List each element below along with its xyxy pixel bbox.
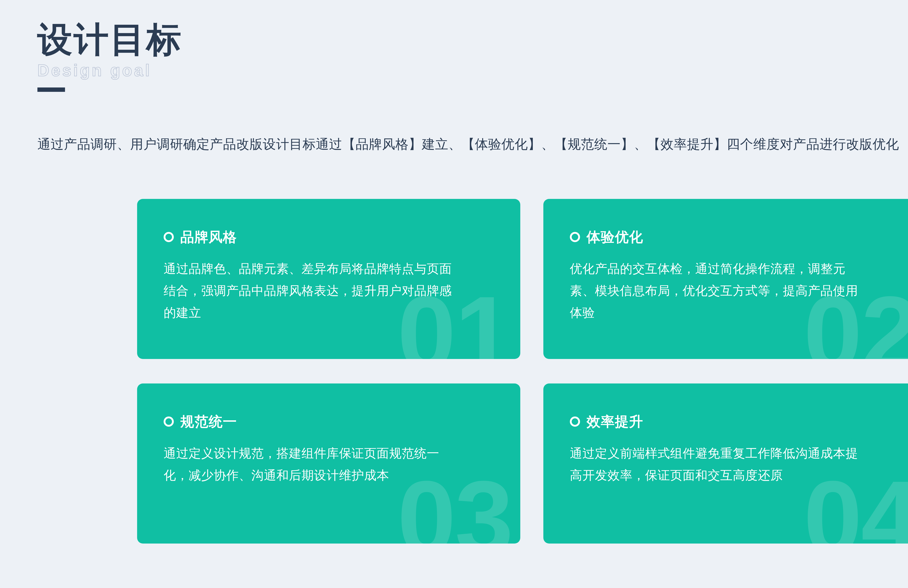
header: 设计目标 Design goal — [37, 20, 183, 92]
card-header: 规范统一 — [164, 414, 493, 429]
card-title: 效率提升 — [586, 414, 643, 429]
page-subtitle: Design goal — [37, 61, 183, 79]
card-title: 品牌风格 — [180, 230, 237, 244]
title-underline — [37, 87, 65, 92]
circle-bullet-icon — [570, 416, 580, 427]
circle-bullet-icon — [164, 232, 174, 242]
card-body: 通过定义设计规范，搭建组件库保证页面规范统一 化，减少协作、沟通和后期设计维护成… — [164, 442, 493, 486]
circle-bullet-icon — [570, 232, 580, 242]
card-header: 品牌风格 — [164, 230, 493, 244]
circle-bullet-icon — [164, 416, 174, 427]
card-header: 体验优化 — [570, 230, 899, 244]
card-title: 规范统一 — [180, 414, 237, 429]
goal-card-efficiency: 效率提升 通过定义前端样式组件避免重复工作降低沟通成本提 高开发效率，保证页面和… — [543, 384, 908, 543]
card-header: 效率提升 — [570, 414, 899, 429]
goal-card-experience: 体验优化 优化产品的交互体检，通过简化操作流程，调整元 素、模块信息布局，优化交… — [543, 199, 908, 359]
card-body: 通过定义前端样式组件避免重复工作降低沟通成本提 高开发效率，保证页面和交互高度还… — [570, 442, 899, 486]
intro-text: 通过产品调研、用户调研确定产品改版设计目标通过【品牌风格】建立、【体验优化】、【… — [37, 135, 899, 153]
page-title: 设计目标 — [37, 20, 183, 59]
goal-card-standard: 规范统一 通过定义设计规范，搭建组件库保证页面规范统一 化，减少协作、沟通和后期… — [137, 384, 520, 543]
card-body: 优化产品的交互体检，通过简化操作流程，调整元 素、模块信息布局，优化交互方式等，… — [570, 258, 899, 324]
goal-card-brand-style: 品牌风格 通过品牌色、品牌元素、差异布局将品牌特点与页面 结合，强调产品中品牌风… — [137, 199, 520, 359]
card-title: 体验优化 — [586, 230, 643, 244]
goal-cards: 品牌风格 通过品牌色、品牌元素、差异布局将品牌特点与页面 结合，强调产品中品牌风… — [137, 199, 908, 543]
slide: 设计目标 Design goal 通过产品调研、用户调研确定产品改版设计目标通过… — [0, 0, 908, 588]
card-body: 通过品牌色、品牌元素、差异布局将品牌特点与页面 结合，强调产品中品牌风格表达，提… — [164, 258, 493, 324]
